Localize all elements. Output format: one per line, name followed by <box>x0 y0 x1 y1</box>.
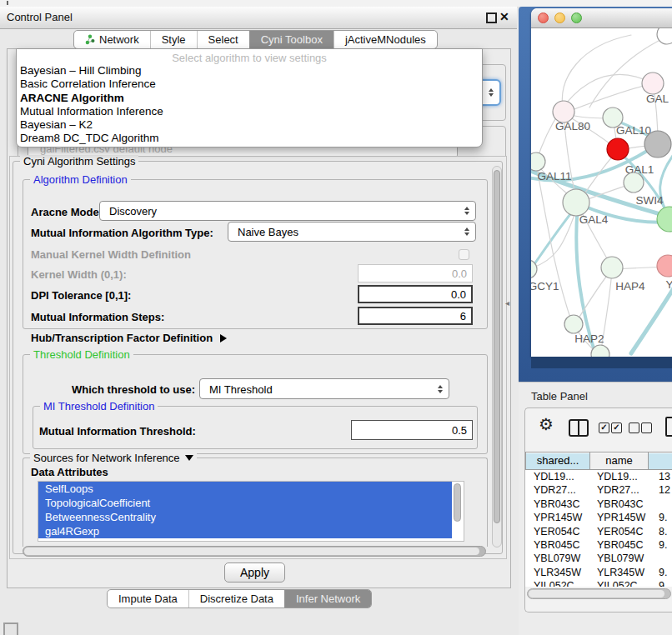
algorithm-option-aracne-algorithm[interactable]: ARACNE Algorithm <box>17 92 482 105</box>
dpi-tolerance-label: DPI Tolerance [0,1]: <box>31 289 131 302</box>
table-cell: 9 <box>649 579 672 587</box>
control-panel-tabs: NetworkStyleSelectCyni ToolboxjActiveMNo… <box>73 30 438 49</box>
network-node-hap4[interactable] <box>601 257 623 278</box>
top-tick-mark <box>7 1 8 5</box>
algorithm-option-dream8-dc-tdc-algorithm[interactable]: Dream8 DC_TDC Algorithm <box>17 132 482 145</box>
kernel-width-field[interactable] <box>358 264 473 282</box>
table-row[interactable]: YBL079WYBL079W <box>525 552 672 565</box>
table-row[interactable]: YBR043CYBR043C <box>525 498 672 511</box>
close-icon[interactable]: ✕ <box>499 10 509 23</box>
algorithm-option-bayesian-k2[interactable]: Bayesian – K2 <box>17 118 482 132</box>
sources-label-wrap[interactable]: Sources for Network Inference <box>30 452 197 464</box>
column-header-partial[interactable] <box>649 452 672 470</box>
network-edge[interactable] <box>536 163 573 325</box>
network-node-gal[interactable] <box>642 72 664 94</box>
network-node-label: SWI4 <box>635 194 663 207</box>
settings-vertical-scrollbar[interactable] <box>492 166 502 548</box>
attribute-item-betweennesscentrality[interactable]: BetweennessCentrality <box>38 510 452 524</box>
tab-impute-data[interactable]: Impute Data <box>108 590 188 608</box>
columns-icon[interactable] <box>569 419 589 437</box>
unchecked-checkbox-icon[interactable] <box>629 422 639 433</box>
hub-tf-definition-toggle[interactable]: Hub/Transcription Factor Definition <box>31 332 227 344</box>
table-row[interactable]: YIL052CYIL052C9 <box>525 579 672 587</box>
table-row[interactable]: YER054CYER054C8. <box>525 525 672 538</box>
attribute-item-gal4rgexp[interactable]: gal4RGexp <box>38 524 452 538</box>
attribute-item-selfloops[interactable]: SelfLoops <box>38 482 452 496</box>
algorithm-dropdown-popup: Select algorithm to view settings Bayesi… <box>16 48 483 148</box>
table-cell: YBR045C <box>590 538 649 552</box>
which-threshold-combo[interactable]: MI Threshold <box>199 378 449 399</box>
mi-steps-field[interactable] <box>358 307 473 325</box>
scrollbar-thumb[interactable] <box>494 170 500 523</box>
table-row[interactable]: YBR045CYBR045C9. <box>525 538 672 552</box>
table-cell <box>649 498 672 511</box>
network-node-gal1[interactable] <box>607 138 629 160</box>
panel-grip-icon[interactable] <box>3 622 18 635</box>
partial-toolbar-icon[interactable] <box>665 417 672 437</box>
zoom-traffic-light-icon[interactable] <box>571 12 582 23</box>
float-window-icon[interactable] <box>486 12 497 23</box>
column-header-name[interactable]: name <box>590 452 649 470</box>
network-node-y[interactable] <box>657 255 672 277</box>
network-node-gal11[interactable] <box>531 152 545 171</box>
network-node[interactable] <box>657 207 672 232</box>
table-cell: YDR27... <box>590 483 649 497</box>
checked-checkbox-icon[interactable]: ✓ <box>611 422 622 433</box>
control-panel-titlebar: Control Panel ✕ <box>0 7 517 29</box>
network-view-window: GALGAL80GAL10GAL1GAL11SWI4GAL4GCY1HAP4YH… <box>531 8 672 357</box>
sources-label: Sources for Network Inference <box>33 452 180 464</box>
network-window-titlebar[interactable] <box>531 8 672 28</box>
settings-horizontal-scrollbar[interactable] <box>23 546 486 557</box>
table-horizontal-scrollbar[interactable] <box>527 588 671 599</box>
mi-threshold-field[interactable] <box>351 420 473 440</box>
aracne-mode-combo[interactable]: Discovery <box>99 201 476 221</box>
tab-style[interactable]: Style <box>150 31 197 48</box>
attribute-item-topologicalcoefficient[interactable]: TopologicalCoefficient <box>38 496 452 510</box>
tab-select[interactable]: Select <box>197 31 249 48</box>
table-row[interactable]: YLR345WYLR345W9. <box>525 566 672 579</box>
splitter-collapse-icon[interactable]: ◂ <box>505 298 509 308</box>
tab-infer-network[interactable]: Infer Network <box>284 590 371 608</box>
table-toolbar: ⚙ ✓ ✓ <box>525 408 672 452</box>
algorithm-option-mutual-information-inference[interactable]: Mutual Information Inference <box>17 105 482 118</box>
scrollbar-thumb[interactable] <box>454 483 461 522</box>
minimize-traffic-light-icon[interactable] <box>554 12 565 23</box>
network-edge[interactable] <box>562 35 631 112</box>
scrollbar-thumb[interactable] <box>24 548 479 555</box>
scrollbar-thumb[interactable] <box>529 590 664 598</box>
tab-cyni-toolbox[interactable]: Cyni Toolbox <box>249 31 333 48</box>
data-attributes-list[interactable]: SelfLoopsTopologicalCoefficientBetweenne… <box>38 481 464 542</box>
network-edge[interactable] <box>531 205 578 278</box>
algorithm-option-bayesian-hill-climbing[interactable]: Bayesian – Hill Climbing <box>17 64 482 78</box>
mi-algorithm-type-combo[interactable]: Naive Bayes <box>228 222 476 242</box>
network-node[interactable] <box>644 131 671 158</box>
table-row[interactable]: YDR27...YDR27...12 <box>525 483 672 497</box>
attributes-list-scrollbar[interactable] <box>454 483 462 538</box>
network-canvas[interactable]: GALGAL80GAL10GAL1GAL11SWI4GAL4GCY1HAP4YH… <box>531 28 672 357</box>
close-traffic-light-icon[interactable] <box>538 12 549 23</box>
table-cell: 9. <box>649 538 672 552</box>
network-edge[interactable] <box>631 287 672 353</box>
network-node[interactable] <box>657 28 672 44</box>
network-node-label: GAL11 <box>537 170 571 182</box>
dpi-tolerance-field[interactable] <box>358 285 473 303</box>
manual-kernel-width-checkbox[interactable] <box>459 249 469 260</box>
algorithm-definition-label: Algorithm Definition <box>30 173 131 186</box>
table-body[interactable]: YDL19...YDL19...13YDR27...YDR27...12YBR0… <box>525 470 672 587</box>
tab-jactivemnodules[interactable]: jActiveMNodules <box>333 31 437 48</box>
network-node-hap2[interactable] <box>564 315 583 333</box>
column-header-shared-name[interactable]: shared... <box>525 452 590 470</box>
tab-impute-data-label: Impute Data <box>118 590 178 608</box>
unchecked-checkbox-icon[interactable] <box>641 422 652 433</box>
table-row[interactable]: YDL19...YDL19...13 <box>525 470 672 483</box>
table-row[interactable]: YPR145WYPR145W9. <box>525 511 672 524</box>
algorithm-option-basic-correlation-inference[interactable]: Basic Correlation Inference <box>17 78 482 91</box>
network-node-swi4[interactable] <box>624 172 644 192</box>
tab-style-label: Style <box>162 31 186 48</box>
tab-network[interactable]: Network <box>74 31 150 48</box>
network-node-gal4[interactable] <box>563 189 589 216</box>
gear-icon[interactable]: ⚙ <box>539 414 554 434</box>
checked-checkbox-icon[interactable]: ✓ <box>599 422 609 433</box>
apply-button[interactable]: Apply <box>224 562 285 582</box>
tab-discretize-data[interactable]: Discretize Data <box>188 590 284 608</box>
